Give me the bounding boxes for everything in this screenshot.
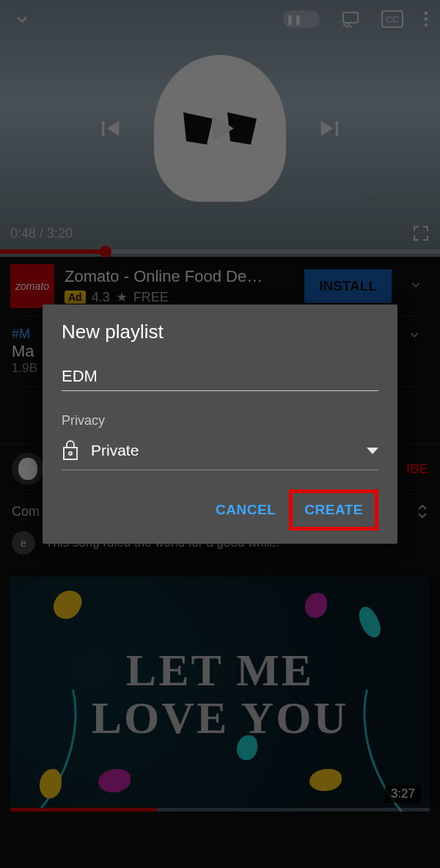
lock-icon: [62, 440, 79, 461]
new-playlist-dialog: New playlist Privacy Private CANCEL CREA…: [43, 304, 397, 544]
privacy-value: Private: [91, 442, 355, 459]
dialog-title: New playlist: [62, 321, 378, 343]
privacy-label: Privacy: [62, 413, 378, 428]
chevron-down-icon: [367, 448, 378, 454]
tutorial-highlight: CREATE: [289, 489, 378, 530]
playlist-name-input[interactable]: [62, 362, 378, 391]
cancel-button[interactable]: CANCEL: [205, 489, 286, 530]
svg-rect-7: [64, 448, 77, 459]
svg-point-8: [69, 452, 72, 455]
privacy-dropdown[interactable]: Private: [62, 431, 378, 470]
create-button[interactable]: CREATE: [294, 495, 373, 525]
